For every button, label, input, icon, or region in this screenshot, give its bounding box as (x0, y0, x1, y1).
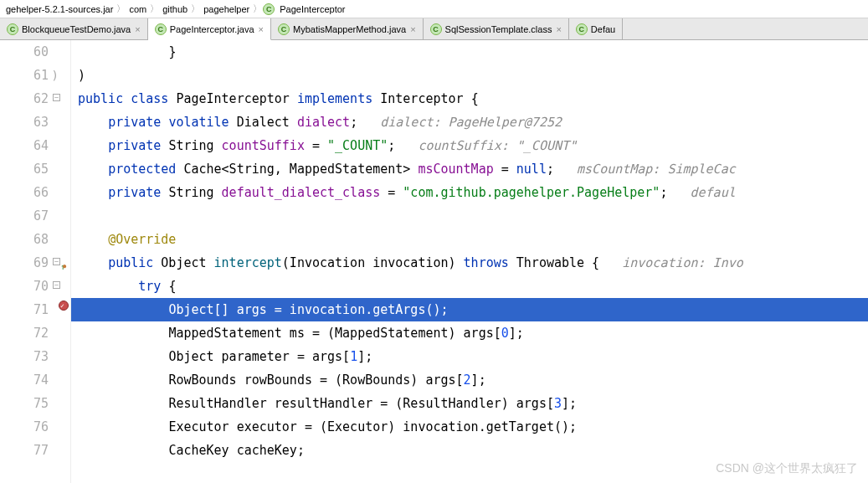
tab-label: Defau (591, 24, 615, 34)
code-line[interactable]: public Object intercept(Invocation invoc… (71, 251, 868, 275)
class-icon: C (263, 3, 275, 15)
breakpoint-icon[interactable] (59, 301, 69, 311)
line-number[interactable]: 77 (0, 439, 70, 462)
line-number[interactable]: 60 (0, 40, 70, 64)
code-line[interactable]: private String default_dialect_class = "… (71, 181, 868, 204)
chevron-right-icon: 〉 (116, 3, 126, 15)
close-icon[interactable]: × (259, 24, 264, 34)
code-line[interactable]: CacheKey cacheKey; (71, 439, 868, 462)
editor-tab[interactable]: CPageInterceptor.java× (148, 18, 271, 40)
code-area[interactable]: })public class PageInterceptor implement… (71, 40, 868, 483)
code-line[interactable]: private String countSuffix = "_COUNT"; c… (71, 134, 868, 157)
breadcrumb-item[interactable]: pagehelper (201, 4, 252, 14)
class-icon: C (278, 23, 290, 35)
chevron-right-icon: 〉 (149, 3, 160, 15)
chevron-right-icon: 〉 (252, 3, 263, 15)
line-number[interactable]: 65 (0, 157, 70, 181)
code-line[interactable]: private volatile Dialect dialect; dialec… (71, 110, 868, 134)
breadcrumb-item[interactable]: github (160, 4, 190, 14)
class-icon: C (576, 23, 588, 35)
code-line[interactable]: @Override (71, 228, 868, 251)
line-number[interactable]: 69− (0, 251, 70, 275)
editor-tab[interactable]: CBlockqueueTestDemo.java× (0, 18, 148, 39)
close-icon[interactable]: × (410, 24, 415, 34)
line-number[interactable]: 76 (0, 415, 70, 439)
gutter[interactable]: 6061)62−63646566676869−70−71727374757677 (0, 40, 71, 483)
chevron-right-icon: 〉 (190, 3, 201, 15)
code-line[interactable]: ResultHandler resultHandler = (ResultHan… (71, 392, 868, 415)
code-line[interactable]: public class PageInterceptor implements … (71, 87, 868, 110)
fold-icon[interactable]: − (53, 281, 60, 289)
line-number[interactable]: 68 (0, 228, 70, 251)
code-line[interactable]: ) (71, 64, 868, 87)
breadcrumb: gehelper-5.2.1-sources.jar〉 com〉 github〉… (0, 0, 868, 18)
line-number[interactable]: 75 (0, 392, 70, 415)
close-icon[interactable]: × (135, 24, 140, 34)
code-line[interactable]: } (71, 40, 868, 64)
code-line[interactable]: Executor executor = (Executor) invocatio… (71, 415, 868, 439)
fold-icon[interactable]: − (53, 258, 60, 265)
editor-tab[interactable]: CSqlSessionTemplate.class× (424, 18, 569, 39)
line-number[interactable]: 72 (0, 321, 70, 345)
code-line[interactable] (71, 204, 868, 228)
class-icon: C (7, 23, 18, 35)
code-line[interactable]: try { (71, 275, 868, 298)
tab-label: MybatisMapperMethod.java (293, 24, 406, 34)
line-number[interactable]: 63 (0, 110, 70, 134)
line-number[interactable]: 64 (0, 134, 70, 157)
class-icon: C (430, 23, 442, 35)
line-number[interactable]: 62− (0, 87, 70, 110)
line-number[interactable]: 74 (0, 368, 70, 392)
code-line[interactable]: Object[] args = invocation.getArgs(); (71, 298, 868, 321)
code-line[interactable]: RowBounds rowBounds = (RowBounds) args[2… (71, 368, 868, 392)
breadcrumb-item[interactable]: com (126, 4, 149, 14)
tab-label: BlockqueueTestDemo.java (22, 24, 131, 34)
line-number[interactable]: 67 (0, 204, 70, 228)
fold-close-icon: ) (52, 64, 59, 87)
line-number[interactable]: 66 (0, 181, 70, 204)
tab-label: SqlSessionTemplate.class (445, 24, 552, 34)
editor-tabs: CBlockqueueTestDemo.java×CPageIntercepto… (0, 18, 868, 40)
line-number[interactable]: 73 (0, 345, 70, 368)
editor-tab[interactable]: CMybatisMapperMethod.java× (271, 18, 424, 39)
line-number[interactable]: 71 (0, 298, 70, 321)
fold-icon[interactable]: − (53, 94, 60, 101)
editor-tab[interactable]: CDefau (569, 18, 623, 39)
breadcrumb-item[interactable]: gehelper-5.2.1-sources.jar (3, 4, 116, 14)
line-number[interactable]: 61) (0, 64, 70, 87)
code-line[interactable]: MappedStatement ms = (MappedStatement) a… (71, 321, 868, 345)
tab-label: PageInterceptor.java (170, 24, 254, 34)
override-icon[interactable] (60, 254, 69, 262)
code-line[interactable]: Object parameter = args[1]; (71, 345, 868, 368)
code-editor[interactable]: 6061)62−63646566676869−70−71727374757677… (0, 40, 868, 483)
close-icon[interactable]: × (556, 24, 561, 34)
breadcrumb-item[interactable]: PageInterceptor (277, 4, 347, 14)
code-line[interactable]: protected Cache<String, MappedStatement>… (71, 157, 868, 181)
class-icon: C (155, 23, 167, 35)
